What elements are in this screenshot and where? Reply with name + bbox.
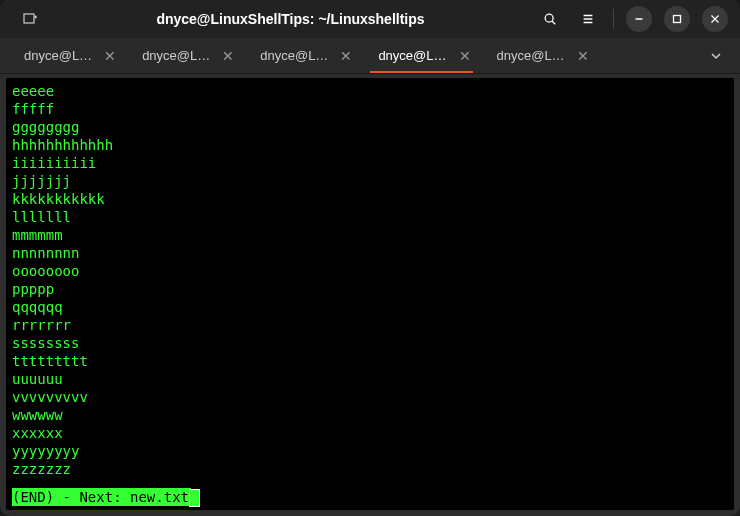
terminal-line: nnnnnnnn [12, 244, 728, 262]
terminal-line: fffff [12, 100, 728, 118]
tab-0[interactable]: dnyce@L… ✕ [8, 38, 126, 73]
terminal-line: hhhhhhhhhhhh [12, 136, 728, 154]
terminal-line: mmmmmm [12, 226, 728, 244]
terminal-line: yyyyyyyy [12, 442, 728, 460]
terminal-line: lllllll [12, 208, 728, 226]
tab-2[interactable]: dnyce@L… ✕ [244, 38, 362, 73]
tab-close-icon[interactable]: ✕ [340, 49, 352, 63]
terminal-line: ttttttttt [12, 352, 728, 370]
pager-status-wrap: (END) - Next: new.txt [12, 488, 199, 506]
terminal-line: zzzzzzz [12, 460, 728, 478]
maximize-icon [670, 12, 684, 26]
terminal-line: xxxxxx [12, 424, 728, 442]
titlebar-right [537, 6, 732, 32]
cursor [190, 490, 199, 506]
tab-label: dnyce@L… [497, 48, 565, 63]
tab-label: dnyce@L… [24, 48, 92, 63]
chevron-down-icon [710, 50, 722, 62]
titlebar-left [8, 5, 44, 33]
svg-point-1 [545, 14, 553, 22]
terminal-line: rrrrrrr [12, 316, 728, 334]
terminal-line: uuuuuu [12, 370, 728, 388]
terminal-line: ppppp [12, 280, 728, 298]
svg-rect-7 [674, 16, 681, 23]
terminal-line: gggggggg [12, 118, 728, 136]
tab-dropdown-button[interactable] [700, 38, 732, 73]
terminal-line: qqqqqq [12, 298, 728, 316]
svg-rect-0 [24, 14, 34, 23]
search-icon [543, 12, 557, 26]
tab-close-icon[interactable]: ✕ [222, 49, 234, 63]
titlebar-divider [613, 9, 614, 29]
tab-label: dnyce@L… [260, 48, 328, 63]
maximize-button[interactable] [664, 6, 690, 32]
close-icon [708, 12, 722, 26]
minimize-icon [632, 12, 646, 26]
terminal-line: vvvvvvvvv [12, 388, 728, 406]
terminal-line: eeeee [12, 82, 728, 100]
window-title: dnyce@LinuxShellTips: ~/Linuxshelltips [50, 11, 531, 27]
terminal-line: ssssssss [12, 334, 728, 352]
terminal-line: oooooooo [12, 262, 728, 280]
terminal-line: iiiiiiiiii [12, 154, 728, 172]
menu-button[interactable] [575, 6, 601, 32]
tab-label: dnyce@L… [142, 48, 210, 63]
terminal-window: dnyce@LinuxShellTips: ~/Linuxshelltips d… [0, 0, 740, 516]
tab-close-icon[interactable]: ✕ [577, 49, 589, 63]
new-tab-icon [22, 11, 38, 27]
terminal-line: kkkkkkkkkkk [12, 190, 728, 208]
tab-label: dnyce@L… [378, 48, 446, 63]
titlebar: dnyce@LinuxShellTips: ~/Linuxshelltips [0, 0, 740, 38]
new-tab-button[interactable] [16, 5, 44, 33]
tab-1[interactable]: dnyce@L… ✕ [126, 38, 244, 73]
terminal-line: wwwwww [12, 406, 728, 424]
tabbar: dnyce@L… ✕ dnyce@L… ✕ dnyce@L… ✕ dnyce@L… [0, 38, 740, 74]
hamburger-icon [581, 12, 595, 26]
tab-3[interactable]: dnyce@L… ✕ [362, 38, 480, 73]
close-button[interactable] [702, 6, 728, 32]
terminal-line: jjjjjjj [12, 172, 728, 190]
terminal-viewport[interactable]: eeeee fffff gggggggg hhhhhhhhhhhh iiiiii… [6, 78, 734, 510]
minimize-button[interactable] [626, 6, 652, 32]
tab-close-icon[interactable]: ✕ [104, 49, 116, 63]
tab-close-icon[interactable]: ✕ [459, 49, 471, 63]
search-button[interactable] [537, 6, 563, 32]
pager-status: (END) - Next: new.txt [12, 488, 191, 506]
svg-line-2 [552, 21, 555, 24]
tab-4[interactable]: dnyce@L… ✕ [481, 38, 599, 73]
